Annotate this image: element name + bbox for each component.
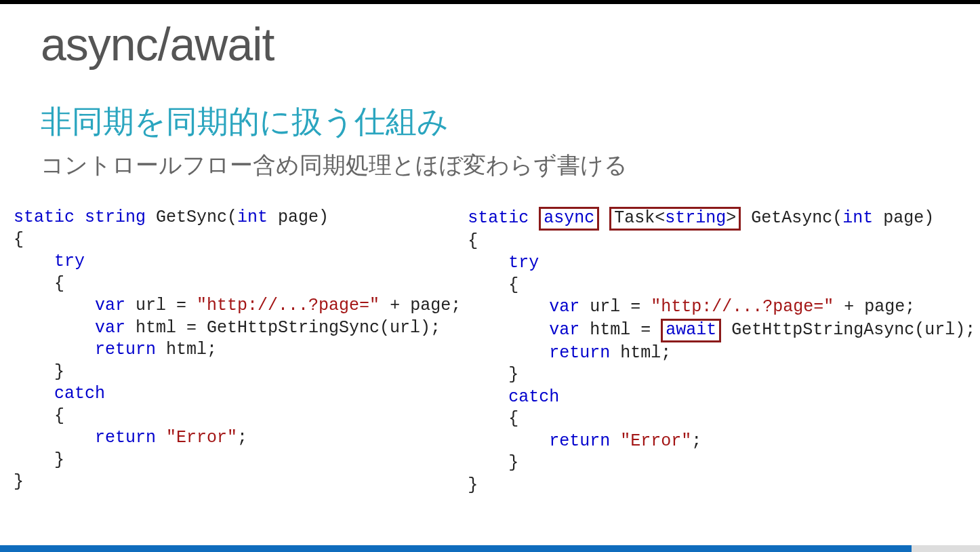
code-string: "http://...?page=" [197, 296, 380, 315]
code-keyword: var [549, 297, 579, 317]
code-brace: } [468, 475, 478, 495]
code-brace: } [468, 453, 518, 473]
code-text: + page; [380, 296, 461, 315]
code-async-column: static async Task<string> GetAsync(int p… [468, 207, 975, 496]
slide-title: async/await [41, 18, 980, 71]
code-keyword: string [665, 208, 726, 228]
code-sync-column: static string GetSync(int page) { try { … [14, 207, 461, 496]
code-keyword: var [95, 318, 125, 338]
code-keyword: static [468, 208, 529, 228]
code-text: url = [125, 296, 197, 315]
code-brace: } [468, 365, 518, 385]
code-keyword: return [95, 340, 156, 359]
code-brace: { [14, 406, 64, 426]
code-keyword: int [842, 208, 873, 228]
code-text: page) [873, 208, 934, 228]
slide-subtitle-primary: 非同期を同期的に扱う仕組み [41, 101, 980, 143]
code-brace: } [14, 472, 24, 492]
code-text: ; [691, 431, 701, 451]
code-text: Task< [614, 208, 665, 228]
code-brace: } [14, 450, 64, 470]
code-text: GetAsync( [741, 208, 842, 228]
code-text: GetSync( [146, 208, 237, 227]
code-brace: { [14, 230, 24, 250]
code-keyword: async [544, 208, 594, 228]
code-text: html; [610, 343, 671, 363]
code-keyword: catch [54, 384, 105, 403]
code-brace: { [14, 274, 64, 294]
code-text: url = [579, 297, 651, 317]
code-comparison: static string GetSync(int page) { try { … [0, 207, 980, 496]
highlight-box-task: Task<string> [609, 207, 741, 231]
code-text: + page; [834, 297, 915, 317]
code-text: GetHttpStringAsync(url); [721, 320, 975, 340]
code-keyword: var [95, 296, 125, 315]
highlight-box-async: async [539, 207, 599, 231]
slide-subtitle-secondary: コントロールフロー含め同期処理とほぼ変わらず書ける [41, 150, 980, 181]
code-text: html = [579, 320, 661, 340]
code-brace: } [14, 362, 64, 382]
progress-bar [0, 545, 980, 552]
code-text: html; [156, 340, 217, 359]
code-string: "Error" [620, 431, 691, 451]
code-string: "Error" [166, 428, 237, 448]
code-keyword: int [237, 208, 268, 227]
code-string: "http://...?page=" [651, 297, 834, 317]
code-keyword: try [54, 252, 85, 271]
code-brace: { [468, 275, 518, 295]
code-keyword: try [508, 253, 539, 273]
code-keyword: var [549, 320, 579, 340]
code-brace: { [468, 231, 478, 251]
highlight-box-await: await [661, 319, 721, 342]
code-text: page) [268, 208, 329, 227]
code-text: ; [237, 428, 247, 448]
code-text: > [726, 208, 736, 228]
code-text: html = GetHttpStringSync(url); [125, 318, 441, 338]
code-keyword: await [666, 320, 716, 340]
code-brace: { [468, 409, 518, 429]
code-keyword: return [95, 428, 156, 448]
code-keyword: string [85, 208, 146, 227]
code-keyword: return [549, 431, 610, 451]
code-keyword: static [14, 208, 75, 227]
code-keyword: return [549, 343, 610, 363]
code-keyword: catch [508, 387, 559, 407]
top-border [0, 0, 980, 4]
